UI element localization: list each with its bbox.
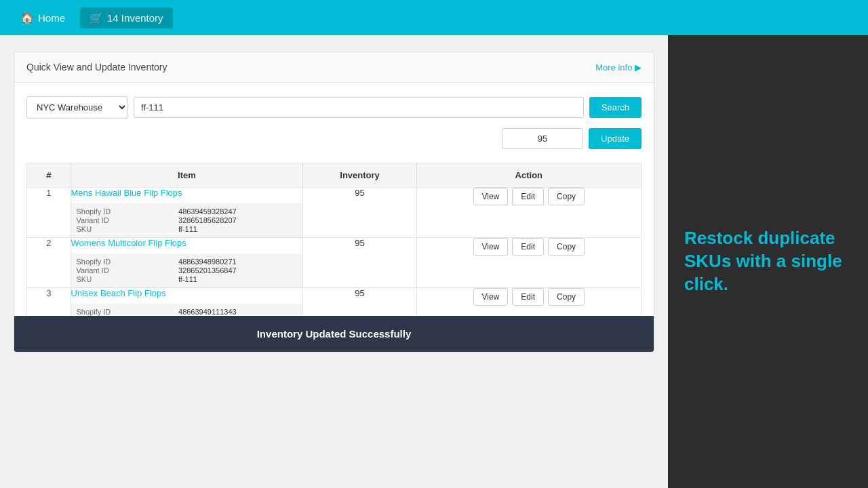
variant-id-value-2: 32865201356847 — [178, 266, 297, 274]
home-icon: 🏠 — [20, 12, 34, 24]
view-button-3[interactable]: View — [473, 288, 509, 306]
shopify-id-label: Shopify ID — [77, 308, 172, 316]
item-name-1[interactable]: Mens Hawaii Blue Flip Flops — [71, 188, 303, 198]
item-name-2[interactable]: Womens Multicolor Flip Flops — [71, 238, 303, 248]
sku-value-2: ff-111 — [178, 275, 297, 283]
shopify-id-value-1: 48639459328247 — [178, 207, 297, 216]
shopify-id-label: Shopify ID — [77, 207, 172, 216]
search-button[interactable]: Search — [589, 97, 642, 118]
success-banner: Inventory Updated Successfully — [14, 316, 654, 352]
update-input[interactable] — [502, 128, 583, 149]
table-row: 1 Mens Hawaii Blue Flip Flops Shopify ID… — [27, 188, 642, 238]
edit-button-3[interactable]: Edit — [512, 288, 544, 306]
item-meta-1: Shopify ID 48639459328247 Variant ID 328… — [71, 203, 303, 237]
top-navigation: 🏠 Home 🛒 14 Inventory — [0, 0, 868, 35]
edit-button-2[interactable]: Edit — [512, 238, 544, 256]
inventory-card: Quick View and Update Inventory More inf… — [14, 52, 654, 352]
update-button[interactable]: Update — [589, 128, 642, 149]
shopify-id-value-3: 48663949111343 — [178, 308, 297, 316]
copy-button-2[interactable]: Copy — [548, 238, 585, 256]
shopify-id-label: Shopify ID — [77, 258, 172, 266]
copy-button-3[interactable]: Copy — [548, 288, 585, 306]
col-inventory-header: Inventory — [303, 163, 416, 188]
item-meta-2: Shopify ID 48863948980271 Variant ID 328… — [71, 253, 303, 287]
search-input[interactable] — [134, 97, 584, 118]
table-header-row: # Item Inventory Action — [27, 163, 642, 188]
card-body: NYC Warehouse Search Update # Item — [14, 83, 654, 352]
inventory-count-2: 95 — [303, 238, 416, 288]
variant-id-label: Variant ID — [77, 216, 172, 224]
edit-button-1[interactable]: Edit — [512, 188, 544, 205]
more-info-link[interactable]: More info ▶ — [595, 62, 642, 73]
search-row: NYC Warehouse Search — [26, 96, 642, 119]
row-num-2: 2 — [27, 238, 71, 288]
col-action-header: Action — [416, 163, 641, 188]
action-cell-1: View Edit Copy — [416, 188, 641, 238]
card-header: Quick View and Update Inventory More inf… — [14, 52, 654, 83]
nav-home-label: Home — [38, 12, 65, 24]
sku-label: SKU — [77, 275, 172, 283]
left-panel: Quick View and Update Inventory More inf… — [0, 35, 668, 488]
inventory-icon: 🛒 — [90, 12, 103, 24]
inventory-table: # Item Inventory Action 1 Mens Hawaii Bl… — [26, 163, 642, 338]
variant-id-value-1: 32865185628207 — [178, 216, 297, 224]
update-row: Update — [26, 128, 642, 149]
action-buttons-1: View Edit Copy — [417, 188, 641, 205]
row-num-1: 1 — [27, 188, 71, 238]
card-title: Quick View and Update Inventory — [26, 62, 167, 73]
action-buttons-2: View Edit Copy — [417, 238, 641, 256]
view-button-1[interactable]: View — [473, 188, 509, 205]
shopify-id-value-2: 48863948980271 — [178, 258, 297, 266]
nav-inventory[interactable]: 🛒 14 Inventory — [80, 7, 173, 28]
item-name-3[interactable]: Unisex Beach Flip Flops — [71, 288, 303, 298]
right-panel: Restock duplicate SKUs with a single cli… — [668, 35, 868, 488]
promo-text: Restock duplicate SKUs with a single cli… — [684, 227, 852, 296]
col-item-header: Item — [71, 163, 303, 188]
table-row: 2 Womens Multicolor Flip Flops Shopify I… — [27, 238, 642, 288]
item-cell-2: Womens Multicolor Flip Flops Shopify ID … — [71, 238, 303, 288]
copy-button-1[interactable]: Copy — [548, 188, 585, 205]
col-num-header: # — [27, 163, 71, 188]
item-cell-1: Mens Hawaii Blue Flip Flops Shopify ID 4… — [71, 188, 303, 238]
action-cell-2: View Edit Copy — [416, 238, 641, 288]
inventory-count-1: 95 — [303, 188, 416, 238]
variant-id-label: Variant ID — [77, 266, 172, 274]
warehouse-select[interactable]: NYC Warehouse — [26, 96, 128, 119]
action-buttons-3: View Edit Copy — [417, 288, 641, 306]
sku-label: SKU — [77, 225, 172, 233]
nav-inventory-label: 14 Inventory — [107, 12, 163, 24]
view-button-2[interactable]: View — [473, 238, 509, 256]
nav-home[interactable]: 🏠 Home — [11, 7, 75, 28]
sku-value-1: ff-111 — [178, 225, 297, 233]
main-layout: Quick View and Update Inventory More inf… — [0, 35, 868, 488]
